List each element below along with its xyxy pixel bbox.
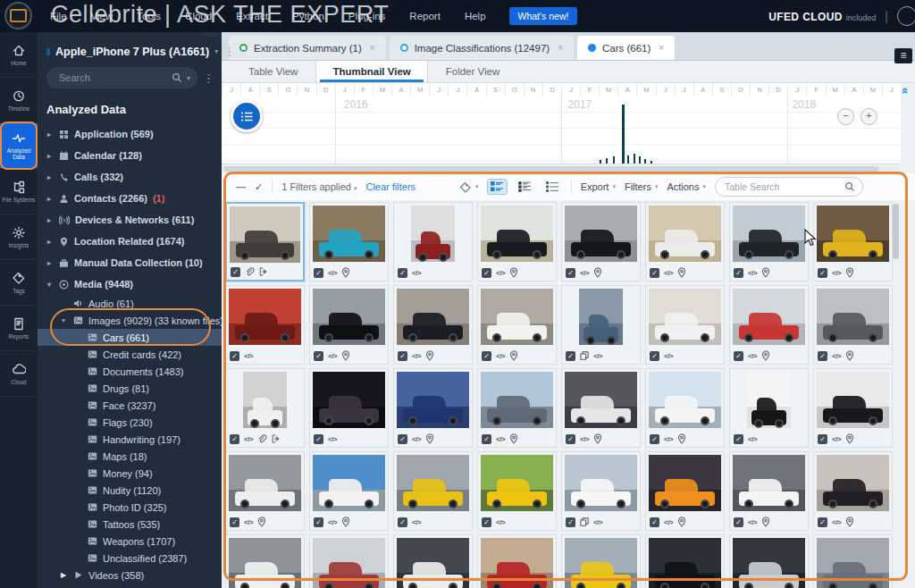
thumbnail-cell[interactable]: ✓</> (477, 534, 557, 588)
thumbnail-image[interactable] (649, 289, 721, 345)
tree-item-nudity-1120[interactable]: Nudity (1120) (38, 482, 222, 499)
tree-item-credit-cards-422[interactable]: Credit cards (422) (38, 346, 222, 363)
code-icon[interactable]: </> (748, 269, 757, 277)
thumbnail-cell[interactable]: ✓</> (309, 451, 389, 531)
tab-image-classifications-12497[interactable]: Image Classifications (12497) × (390, 36, 574, 60)
account-circle-icon[interactable] (897, 6, 915, 26)
location-icon[interactable] (677, 433, 686, 444)
thumbnail-size-large-icon[interactable] (488, 180, 507, 194)
copy-icon[interactable] (580, 517, 589, 526)
thumbnail-image[interactable] (817, 538, 889, 588)
location-icon[interactable] (341, 517, 350, 527)
thumbnail-cell[interactable]: ✓</> (225, 285, 305, 365)
thumbnail-image[interactable] (397, 372, 469, 428)
selected-checkbox[interactable]: ✓ (818, 351, 827, 361)
export-icon[interactable] (272, 434, 281, 443)
thumbnail-image[interactable] (817, 455, 889, 511)
code-icon[interactable]: </> (412, 518, 421, 526)
horizontal-scrollbar[interactable] (223, 166, 899, 172)
selected-checkbox[interactable]: ✓ (314, 434, 323, 444)
code-icon[interactable]: </> (593, 352, 602, 360)
code-icon[interactable]: </> (580, 269, 589, 277)
view-tab-thumbnail-view[interactable]: Thumbnail View (315, 61, 427, 82)
thumbnail-cell[interactable]: ✓</> (309, 368, 389, 448)
timeline-zoom-in-button[interactable]: + (860, 108, 877, 125)
device-header[interactable]: Apple_iPhone 7 Plus (A1661) ▾ ⋮ (38, 32, 222, 62)
selected-checkbox[interactable]: ✓ (650, 434, 659, 444)
thumbnail-cell[interactable]: ✓</> (225, 534, 305, 588)
code-icon[interactable]: </> (244, 518, 253, 526)
filters-applied-label[interactable]: 1 Filters applied ▾ (281, 181, 357, 192)
thumbnail-cell[interactable]: ✓</> (393, 202, 473, 281)
code-icon[interactable]: </> (328, 269, 337, 277)
selected-checkbox[interactable]: ✓ (818, 268, 827, 278)
location-icon[interactable] (677, 517, 686, 527)
close-icon[interactable]: × (558, 43, 563, 53)
view-tab-folder-view[interactable]: Folder View (430, 61, 516, 82)
thumbnail-image[interactable] (481, 538, 553, 588)
menu-item-help[interactable]: Help (465, 11, 486, 21)
menu-item-file[interactable]: File (50, 11, 67, 21)
thumbnail-cell[interactable]: ✓</> (477, 368, 557, 448)
tree-item-maps-18[interactable]: Maps (18) (38, 448, 222, 465)
tree-item-money-94[interactable]: Money (94) (38, 465, 222, 482)
tree-item-manual-data-collection-10[interactable]: ▸ Manual Data Collection (10) (38, 252, 222, 273)
location-icon[interactable] (509, 267, 518, 278)
thumbnail-image[interactable] (565, 538, 637, 588)
thumbnail-image[interactable] (733, 538, 805, 588)
chevron-down-icon[interactable]: ▾ (59, 316, 68, 324)
thumbnail-image[interactable] (733, 455, 805, 511)
code-icon[interactable]: </> (748, 518, 757, 526)
sidebar-item-home[interactable]: Home (0, 32, 38, 78)
thumbnail-cell[interactable]: ✓</> (561, 368, 641, 448)
thumbnail-image[interactable] (397, 455, 469, 511)
thumbnail-cell[interactable]: ✓</> (309, 202, 389, 281)
selected-checkbox[interactable]: ✓ (650, 517, 659, 527)
menu-item-python[interactable]: Python (292, 11, 324, 21)
chevron-down-icon[interactable]: ▾ (187, 74, 190, 82)
tree-item-audio-61[interactable]: Audio (61) (38, 295, 222, 312)
thumbnail-cell[interactable]: ✓</> (813, 534, 893, 588)
thumbnail-cell[interactable]: ✓</> (477, 202, 557, 281)
chevron-right-icon[interactable]: ▸ (45, 195, 54, 203)
thumbnail-cell[interactable]: ✓</> (393, 285, 473, 365)
chevron-right-icon[interactable]: ▸ (45, 130, 54, 139)
thumbnail-image[interactable] (243, 372, 287, 428)
location-icon[interactable] (845, 517, 854, 527)
timeline-legend-button[interactable] (231, 100, 263, 132)
location-icon[interactable] (425, 350, 434, 361)
thumbnail-cell[interactable]: ✓</> (477, 451, 557, 531)
location-icon[interactable] (845, 433, 854, 444)
selected-checkbox[interactable]: ✓ (231, 267, 240, 277)
table-search-input[interactable] (723, 181, 844, 193)
thumbnail-cell[interactable]: ✓</> (561, 285, 641, 365)
code-icon[interactable]: </> (664, 435, 673, 443)
selected-checkbox[interactable]: ✓ (566, 517, 575, 527)
thumbnail-image[interactable] (481, 289, 553, 345)
code-icon[interactable]: </> (664, 518, 673, 526)
code-icon[interactable]: </> (580, 435, 589, 443)
thumbnail-image[interactable] (649, 206, 721, 262)
code-icon[interactable]: </> (244, 435, 253, 443)
thumbnail-image[interactable] (397, 538, 469, 588)
menu-item-cloud[interactable]: Cloud (185, 11, 212, 21)
thumbnail-image[interactable] (817, 372, 889, 428)
location-icon[interactable] (593, 267, 602, 278)
thumbnail-image[interactable] (229, 455, 301, 511)
tree-item-cars-661[interactable]: Cars (661) (38, 329, 222, 346)
selected-checkbox[interactable]: ✓ (566, 351, 575, 361)
selected-checkbox[interactable]: ✓ (734, 434, 743, 444)
export-icon[interactable] (259, 267, 269, 276)
chevron-right-icon[interactable]: ▸ (45, 152, 54, 160)
tag-filter-icon[interactable] (459, 181, 472, 193)
thumbnail-image[interactable] (733, 206, 805, 262)
tree-item-face-3237[interactable]: Face (3237) (38, 397, 222, 414)
thumbnail-cell[interactable]: ✓</> (729, 451, 809, 531)
selected-checkbox[interactable]: ✓ (398, 434, 407, 444)
selected-checkbox[interactable]: ✓ (566, 434, 575, 444)
tree-item-documents-1483[interactable]: Documents (1483) (38, 363, 222, 380)
menu-item-extract[interactable]: Extract (236, 11, 268, 21)
code-icon[interactable]: </> (412, 435, 421, 443)
thumbnail-cell[interactable]: ✓</> (645, 285, 725, 365)
sidebar-item-timeline[interactable]: Timeline (0, 78, 38, 123)
